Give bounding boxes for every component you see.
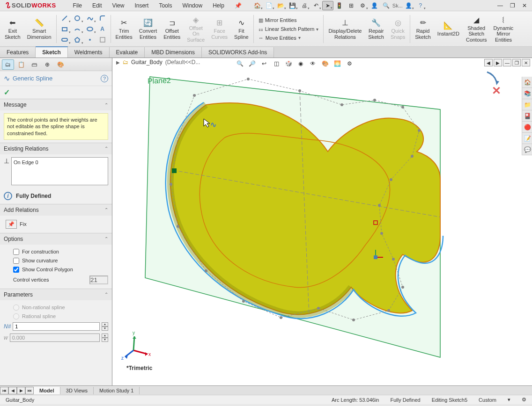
open-icon[interactable]: 📂 xyxy=(275,1,287,10)
cancel-x-icon[interactable]: ✕ xyxy=(492,84,501,97)
menu-insert[interactable]: Insert xyxy=(130,1,153,10)
help-icon[interactable]: 👤 xyxy=(403,1,414,10)
fit-spline-button[interactable]: ∿Fit Spline xyxy=(231,13,251,45)
linear-pattern-button[interactable]: ⚏Linear Sketch Pattern▾ xyxy=(256,25,322,33)
add-relations-header[interactable]: Add Relations⌃ xyxy=(0,204,112,216)
repair-button[interactable]: 🔧Repair Sketch xyxy=(365,13,387,45)
property-help-icon[interactable]: ? xyxy=(101,75,108,82)
tab-prev-icon[interactable]: ◀ xyxy=(8,387,17,394)
print-icon[interactable]: 🖨 xyxy=(299,1,310,10)
undo-icon[interactable]: ↶ xyxy=(310,1,322,10)
select-icon[interactable]: ➤ xyxy=(322,1,333,10)
line-icon[interactable] xyxy=(59,13,71,23)
tab-addins[interactable]: SOLIDWORKS Add-Ins xyxy=(202,47,274,58)
slot-icon[interactable] xyxy=(59,35,71,45)
point-icon[interactable] xyxy=(84,35,96,45)
window-close-icon[interactable]: ✕ xyxy=(519,1,530,10)
doc-minimize-icon[interactable]: — xyxy=(503,59,511,66)
resources-icon[interactable]: 🏠 xyxy=(522,77,532,88)
ok-checkmark-icon[interactable]: ✓ xyxy=(4,88,10,96)
offset-button[interactable]: ⊐Offset Entities xyxy=(161,13,183,45)
custom-props-icon[interactable]: 📝 xyxy=(522,133,532,144)
design-library-icon[interactable]: 📚 xyxy=(522,88,532,99)
new-icon[interactable]: 📄 xyxy=(264,1,275,10)
rebuild-icon[interactable]: 🚦 xyxy=(334,1,345,10)
file-explorer-icon[interactable]: 📁 xyxy=(522,99,532,110)
tab-weldments[interactable]: Weldments xyxy=(68,47,110,58)
spline-icon[interactable] xyxy=(84,13,96,23)
text-icon[interactable]: A xyxy=(96,24,109,34)
doc-next-icon[interactable]: ▶ xyxy=(494,59,502,66)
doc-close-icon[interactable]: ✕ xyxy=(522,59,530,66)
tab-evaluate[interactable]: Evaluate xyxy=(110,47,145,58)
polygon-icon[interactable] xyxy=(71,35,83,45)
smart-dimension-button[interactable]: 📏Smart Dimension xyxy=(24,13,54,45)
display-relations-button[interactable]: ⊥Display/Delete Relations xyxy=(325,13,364,45)
options-header[interactable]: Options⌃ xyxy=(0,233,112,245)
convert-button[interactable]: 🔄Convert Entities xyxy=(136,13,160,45)
feature-tree-tab-icon[interactable]: 🗂 xyxy=(2,59,14,70)
move-button[interactable]: ↔Move Entities▾ xyxy=(256,34,322,42)
tab-next-icon[interactable]: ▶ xyxy=(17,387,25,394)
param-1-field[interactable] xyxy=(13,322,100,331)
edit-appearance-icon[interactable]: 🎨 xyxy=(319,58,331,69)
mirror-button[interactable]: ▥Mirror Entities xyxy=(256,16,322,24)
home-icon[interactable]: 🏠 xyxy=(252,1,263,10)
message-header[interactable]: Message⌃ xyxy=(0,99,112,110)
tab-features[interactable]: Features xyxy=(0,47,36,58)
window-minimize-icon[interactable]: — xyxy=(495,1,506,10)
rectangle-icon[interactable] xyxy=(59,24,71,34)
shaded-contours-button[interactable]: ◢Shaded Sketch Contours xyxy=(463,13,490,45)
arc-icon[interactable] xyxy=(71,24,83,34)
bottom-tab-3dviews[interactable]: 3D Views xyxy=(60,387,94,394)
spin-down-icon[interactable]: ▼ xyxy=(102,326,108,331)
bottom-tab-model[interactable]: Model xyxy=(34,387,60,394)
display-tab-icon[interactable]: 🎨 xyxy=(54,59,66,70)
status-units[interactable]: Custom xyxy=(477,397,498,403)
bottom-tab-motion[interactable]: Motion Study 1 xyxy=(94,387,140,394)
status-caret-icon[interactable]: ▾ xyxy=(506,397,512,403)
trim-button[interactable]: ✂Trim Entities xyxy=(113,13,135,45)
fix-relation-button[interactable]: 📌Fix xyxy=(4,218,108,230)
view-triad[interactable]: x y z xyxy=(121,330,151,361)
instant2d-button[interactable]: 📐Instant2D xyxy=(435,13,462,45)
canvas[interactable]: ∿ ✕ x y z xyxy=(112,58,532,385)
rapid-sketch-button[interactable]: ✏Rapid Sketch xyxy=(412,13,434,45)
user-icon[interactable]: 👤 xyxy=(369,1,380,10)
view-orient-icon[interactable]: 🎲 xyxy=(283,58,294,69)
relations-list[interactable]: On Edge 0 xyxy=(11,157,108,185)
ellipse-icon[interactable] xyxy=(84,24,96,34)
property-tab-icon[interactable]: 📋 xyxy=(15,59,27,70)
zoom-area-icon[interactable]: 🔎 xyxy=(246,58,258,69)
dimxpert-tab-icon[interactable]: ⊕ xyxy=(41,59,53,70)
menu-pin-icon[interactable]: 📌 xyxy=(230,1,246,10)
tab-mbd[interactable]: MBD Dimensions xyxy=(145,47,202,58)
menu-window[interactable]: Window xyxy=(177,1,207,10)
display-style-icon[interactable]: ◉ xyxy=(295,58,306,69)
view-settings-icon[interactable]: ⚙ xyxy=(344,58,355,69)
show-curvature-checkbox[interactable]: Show curvature xyxy=(4,256,108,265)
plane-icon[interactable] xyxy=(96,35,109,45)
endpoint-marker[interactable] xyxy=(172,168,177,173)
section-view-icon[interactable]: ◫ xyxy=(271,58,282,69)
zoom-fit-icon[interactable]: 🔍 xyxy=(234,58,245,69)
fillet-icon[interactable] xyxy=(96,13,109,23)
doc-prev-icon[interactable]: ◀ xyxy=(484,59,493,66)
menu-tools[interactable]: Tools xyxy=(154,1,177,10)
view-palette-icon[interactable]: 🎴 xyxy=(522,110,532,122)
prev-view-icon[interactable]: ↩ xyxy=(259,58,270,69)
breadcrumb-expand-icon[interactable]: ▶ xyxy=(116,60,120,65)
options-icon[interactable]: ⊞ xyxy=(346,1,357,10)
for-construction-checkbox[interactable]: For construction xyxy=(4,247,108,256)
parameters-header[interactable]: Parameters⌃ xyxy=(0,289,112,300)
tab-sketch[interactable]: Sketch xyxy=(36,46,67,58)
exit-sketch-button[interactable]: ⬅Exit Sketch xyxy=(2,13,23,45)
save-icon[interactable]: 💾 xyxy=(287,1,298,10)
search-icon[interactable]: 🔍 xyxy=(381,1,392,10)
existing-relations-header[interactable]: Existing Relations⌃ xyxy=(0,143,112,154)
forum-icon[interactable]: 💬 xyxy=(522,144,532,155)
status-settings-icon[interactable]: ⚙ xyxy=(520,397,528,403)
doc-restore-icon[interactable]: ❐ xyxy=(512,59,521,66)
apply-scene-icon[interactable]: 🌅 xyxy=(332,58,343,69)
circle-icon[interactable] xyxy=(71,13,83,23)
